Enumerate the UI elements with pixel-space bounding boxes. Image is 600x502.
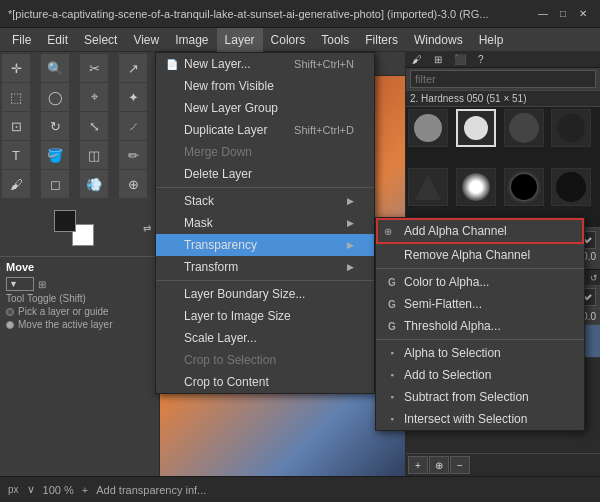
layer-copy-btn[interactable]: ⊕ <box>429 456 449 474</box>
tool-eyedrop[interactable]: ✂ <box>80 54 108 82</box>
menu-mask[interactable]: Mask <box>156 212 374 234</box>
menu-crop-selection: Crop to Selection <box>156 349 374 371</box>
menu-new-from-visible[interactable]: New from Visible <box>156 75 374 97</box>
crop-content-label: Crop to Content <box>184 375 269 389</box>
gradients-tab-icon[interactable]: ⬛ <box>448 52 472 67</box>
layer-del-btn[interactable]: − <box>450 456 470 474</box>
crop-selection-label: Crop to Selection <box>184 353 276 367</box>
menu-new-layer[interactable]: 📄 New Layer... Shift+Ctrl+N <box>156 53 374 75</box>
brush-cell-6[interactable] <box>456 168 496 206</box>
stack-label: Stack <box>184 194 214 208</box>
menu-add-to-selection[interactable]: ▪ Add to Selection <box>376 364 584 386</box>
tool-measure[interactable]: ↗ <box>119 54 147 82</box>
status-zoom: 100 % <box>43 484 74 496</box>
tool-rotate[interactable]: ↻ <box>41 112 69 140</box>
menu-intersect-selection[interactable]: ▪ Intersect with Selection <box>376 408 584 430</box>
menu-transparency[interactable]: Transparency <box>156 234 374 256</box>
alpha-sel-icon: ▪ <box>384 345 400 361</box>
menu-select[interactable]: Select <box>76 28 125 52</box>
radio-active[interactable] <box>6 321 14 329</box>
tool-pencil[interactable]: ✏ <box>119 141 147 169</box>
menu-windows[interactable]: Windows <box>406 28 471 52</box>
menu-crop-content[interactable]: Crop to Content <box>156 371 374 393</box>
brush-cell-4[interactable] <box>551 109 591 147</box>
menu-add-alpha[interactable]: ⊕ Add Alpha Channel <box>376 218 584 244</box>
status-separator1: ∨ <box>27 483 35 496</box>
menu-threshold-alpha[interactable]: G Threshold Alpha... <box>376 315 584 337</box>
menu-delete-layer[interactable]: Delete Layer <box>156 163 374 185</box>
menu-semi-flatten[interactable]: G Semi-Flatten... <box>376 293 584 315</box>
tool-clone[interactable]: ⊕ <box>119 170 147 198</box>
add-sel-icon: ▪ <box>384 367 400 383</box>
duplicate-layer-label: Duplicate Layer <box>184 123 267 137</box>
help-tab-icon[interactable]: ? <box>472 52 490 67</box>
menu-colors[interactable]: Colors <box>263 28 314 52</box>
tool-fuzzy-select[interactable]: ✦ <box>119 83 147 111</box>
tool-text[interactable]: T <box>2 141 30 169</box>
tool-eraser[interactable]: ◻ <box>41 170 69 198</box>
tool-crop[interactable]: ⊡ <box>2 112 30 140</box>
color-swatches[interactable] <box>54 210 94 246</box>
menu-transform[interactable]: Transform <box>156 256 374 278</box>
maximize-button[interactable]: □ <box>554 5 572 23</box>
menu-remove-alpha[interactable]: Remove Alpha Channel <box>376 244 584 266</box>
tool-airbrush[interactable]: 💨 <box>80 170 108 198</box>
menu-layer-to-image[interactable]: Layer to Image Size <box>156 305 374 327</box>
brush-filter-input[interactable] <box>410 70 596 88</box>
minimize-button[interactable]: — <box>534 5 552 23</box>
menu-alpha-to-selection[interactable]: ▪ Alpha to Selection <box>376 342 584 364</box>
tool-move[interactable]: ✛ <box>2 54 30 82</box>
menu-filters[interactable]: Filters <box>357 28 406 52</box>
brushes-tab-icon[interactable]: 🖌 <box>406 52 428 67</box>
brush-cell-8[interactable] <box>551 168 591 206</box>
layers-refresh-btn[interactable]: ↺ <box>590 273 598 283</box>
foreground-swatch[interactable] <box>54 210 76 232</box>
menu-file[interactable]: File <box>4 28 39 52</box>
int-sel-icon: ▪ <box>384 411 400 427</box>
color-alpha-icon: G <box>384 274 400 290</box>
tool-shear[interactable]: ⟋ <box>119 112 147 140</box>
brush-cell-7[interactable] <box>504 168 544 206</box>
menu-duplicate-layer[interactable]: Duplicate Layer Shift+Ctrl+D <box>156 119 374 141</box>
menu-color-to-alpha[interactable]: G Color to Alpha... <box>376 271 584 293</box>
brush-cell-2[interactable] <box>456 109 496 147</box>
tool-brush[interactable]: 🖌 <box>2 170 30 198</box>
intersect-with-selection-label: Intersect with Selection <box>404 412 527 426</box>
brush-cell-1[interactable] <box>408 109 448 147</box>
move-toggle-label: ⊞ <box>38 279 46 290</box>
menu-stack[interactable]: Stack <box>156 190 374 212</box>
brush-cell-3[interactable] <box>504 109 544 147</box>
menu-layer[interactable]: Layer <box>217 28 263 52</box>
tool-ellipse-select[interactable]: ◯ <box>41 83 69 111</box>
move-dropdown[interactable]: ▼ <box>6 277 34 291</box>
menu-image[interactable]: Image <box>167 28 216 52</box>
menu-edit[interactable]: Edit <box>39 28 76 52</box>
mask-label: Mask <box>184 216 213 230</box>
menu-tools[interactable]: Tools <box>313 28 357 52</box>
new-layer-label: New Layer... <box>184 57 251 71</box>
tool-scale[interactable]: ⤡ <box>80 112 108 140</box>
new-layer-icon: 📄 <box>164 56 180 72</box>
radio-pick[interactable] <box>6 308 14 316</box>
brush-name-label: 2. Hardness 050 (51 × 51) <box>406 91 600 107</box>
layer-new-btn[interactable]: + <box>408 456 428 474</box>
menu-layer-boundary[interactable]: Layer Boundary Size... <box>156 283 374 305</box>
filter-row <box>406 68 600 91</box>
menu-subtract-selection[interactable]: ▪ Subtract from Selection <box>376 386 584 408</box>
menu-scale-layer[interactable]: Scale Layer... <box>156 327 374 349</box>
close-button[interactable]: ✕ <box>574 5 592 23</box>
tool-zoom[interactable]: 🔍 <box>41 54 69 82</box>
tool-blend[interactable]: ◫ <box>80 141 108 169</box>
threshold-alpha-label: Threshold Alpha... <box>404 319 501 333</box>
brush-cell-5[interactable] <box>408 168 448 206</box>
menu-help[interactable]: Help <box>471 28 512 52</box>
patterns-tab-icon[interactable]: ⊞ <box>428 52 448 67</box>
move-title: Move <box>6 261 153 273</box>
tool-bucket[interactable]: 🪣 <box>41 141 69 169</box>
move-active-label: Move the active layer <box>18 319 113 330</box>
tool-rect-select[interactable]: ⬚ <box>2 83 30 111</box>
tool-free-select[interactable]: ⌖ <box>80 83 108 111</box>
subtract-from-selection-label: Subtract from Selection <box>404 390 529 404</box>
menu-view[interactable]: View <box>125 28 167 52</box>
menu-new-layer-group[interactable]: New Layer Group <box>156 97 374 119</box>
